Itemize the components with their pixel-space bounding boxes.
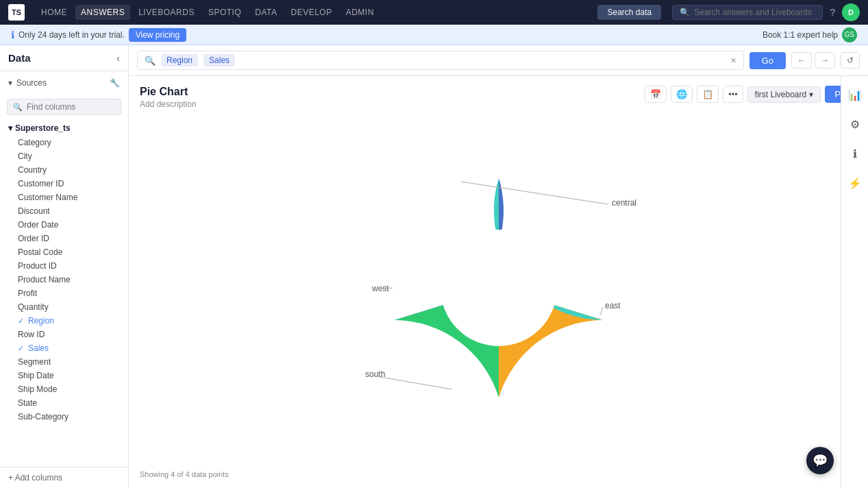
bolt-icon[interactable]: ⚡ (845, 174, 865, 193)
nav-liveboards[interactable]: Liveboards (133, 5, 200, 20)
go-button[interactable]: Go (749, 52, 786, 69)
search-data-button[interactable]: Search data (597, 5, 661, 20)
calendar-button[interactable]: 📅 (645, 86, 667, 103)
collapse-sidebar-button[interactable]: ‹ (116, 53, 120, 64)
list-item[interactable]: Ship Date (0, 369, 128, 382)
chevron-down-icon: ▾ (8, 123, 12, 133)
nav-search-box[interactable]: 🔍 (672, 5, 823, 20)
label-central: central (612, 198, 636, 208)
list-item[interactable]: Profit (0, 286, 128, 300)
bar-chart-icon[interactable]: 📊 (845, 86, 865, 104)
nav-answers[interactable]: Answers (75, 5, 130, 20)
wrench-icon: 🔧 (110, 78, 120, 88)
list-item[interactable]: Ship Mode (0, 382, 128, 396)
chart-description[interactable]: Add description (140, 99, 197, 109)
liveboard-select[interactable]: first Liveboard ▾ (747, 86, 821, 103)
list-item-sales[interactable]: ✓ Sales (0, 341, 128, 355)
data-source: ▾ Superstore_ts Category City Country Cu… (0, 119, 128, 425)
pie-chart: west central east south (362, 151, 636, 425)
nav-develop[interactable]: Develop (285, 5, 337, 20)
sources-section: ▾ Sources 🔧 (0, 71, 128, 95)
datasource-label: Superstore_ts (15, 123, 71, 133)
info-icon: ℹ (11, 29, 14, 40)
list-item[interactable]: Product ID (0, 259, 128, 273)
list-item[interactable]: Segment (0, 355, 128, 369)
chat-button[interactable]: 💬 (806, 447, 834, 474)
column-search-input[interactable] (27, 102, 115, 112)
more-options-button[interactable]: ••• (723, 86, 743, 103)
expert-avatar: GS (842, 27, 857, 42)
list-item-region[interactable]: ✓ Region (0, 314, 128, 328)
connector-central (461, 182, 608, 204)
search-input[interactable] (240, 56, 725, 66)
settings-icon[interactable]: ⚙ (847, 115, 863, 134)
sidebar: Data ‹ ▾ Sources 🔧 🔍 ▾ Superstore_ts Cat… (0, 45, 129, 488)
list-item[interactable]: Sub-Category (0, 410, 128, 424)
search-tag-region[interactable]: Region (161, 54, 198, 66)
list-item[interactable]: Product Name (0, 273, 128, 286)
expert-help-text: Book 1:1 expert help (762, 30, 838, 40)
main-layout: Data ‹ ▾ Sources 🔧 🔍 ▾ Superstore_ts Cat… (0, 45, 868, 488)
user-avatar[interactable]: D (842, 3, 860, 21)
sources-label: Sources (16, 78, 47, 88)
label-east: east (605, 301, 621, 310)
clear-search-button[interactable]: × (730, 55, 736, 66)
list-item[interactable]: Postal Code (0, 245, 128, 259)
top-nav: TS Home Answers Liveboards SpotIQ Data D… (0, 0, 868, 25)
list-item[interactable]: State (0, 396, 128, 410)
liveboard-label: first Liveboard (755, 90, 806, 99)
trial-bar: ℹ Only 24 days left in your trial. View … (0, 25, 868, 45)
check-icon: ✓ (18, 317, 24, 326)
forward-button[interactable]: → (815, 52, 835, 69)
list-item[interactable]: Row ID (0, 328, 128, 341)
list-item[interactable]: Quantity (0, 300, 128, 314)
chart-toolbar: 📅 🌐 📋 ••• first Liveboard ▾ Pin (645, 86, 857, 103)
nav-data[interactable]: Data (249, 5, 282, 20)
search-tag-sales[interactable]: Sales (203, 54, 235, 66)
nav-search-input[interactable] (694, 8, 815, 17)
list-item[interactable]: Customer Name (0, 191, 128, 204)
copy-button[interactable]: 📋 (697, 86, 719, 103)
app-logo: TS (8, 4, 25, 21)
search-input-area[interactable]: 🔍 Region Sales × (137, 51, 744, 70)
view-pricing-button[interactable]: View pricing (129, 28, 186, 42)
chart-header: Pie Chart Add description 📅 🌐 📋 ••• firs… (129, 76, 868, 109)
sources-row[interactable]: ▾ Sources 🔧 (0, 75, 128, 90)
list-item[interactable]: Country (0, 163, 128, 177)
sidebar-title: Data (8, 52, 31, 64)
globe-button[interactable]: 🌐 (671, 86, 693, 103)
nav-links: Home Answers Liveboards SpotIQ Data Deve… (36, 5, 586, 20)
sidebar-header: Data ‹ (0, 45, 128, 71)
add-columns-button[interactable]: + Add columns (0, 467, 128, 488)
chart-title: Pie Chart (140, 86, 197, 98)
check-icon: ✓ (18, 344, 24, 353)
search-icon: 🔍 (13, 103, 23, 112)
column-search-box[interactable]: 🔍 (7, 99, 121, 115)
help-button[interactable]: ? (830, 7, 835, 18)
list-item[interactable]: Category (0, 136, 128, 149)
list-item[interactable]: Customer ID (0, 177, 128, 191)
column-list: Category City Country Customer ID Custom… (0, 136, 128, 424)
list-item[interactable]: City (0, 149, 128, 163)
chart-footer: Showing 4 of 4 data points (140, 470, 229, 478)
back-button[interactable]: ← (791, 52, 812, 69)
chevron-down-icon: ▾ (809, 90, 813, 99)
trial-message: Only 24 days left in your trial. (18, 30, 125, 40)
list-item[interactable]: Order Date (0, 218, 128, 232)
nav-home[interactable]: Home (36, 5, 73, 20)
donut-hole (441, 230, 557, 346)
search-bar: 🔍 Region Sales × Go ← → ↺ (129, 45, 868, 76)
expert-help[interactable]: Book 1:1 expert help GS (762, 27, 857, 42)
search-icon: 🔍 (145, 56, 156, 66)
info-icon[interactable]: ℹ (850, 145, 860, 163)
list-item[interactable]: Order ID (0, 232, 128, 245)
nav-spotiq[interactable]: SpotIQ (203, 5, 247, 20)
refresh-button[interactable]: ↺ (841, 52, 860, 69)
nav-arrows: ← → (791, 52, 835, 69)
content-area: 🔍 Region Sales × Go ← → ↺ Pie Chart Add … (129, 45, 868, 488)
nav-admin[interactable]: Admin (340, 5, 380, 20)
list-item[interactable]: Discount (0, 204, 128, 218)
data-source-name[interactable]: ▾ Superstore_ts (0, 121, 128, 136)
search-icon: 🔍 (680, 8, 690, 17)
chart-container: Pie Chart Add description 📅 🌐 📋 ••• firs… (129, 76, 868, 488)
